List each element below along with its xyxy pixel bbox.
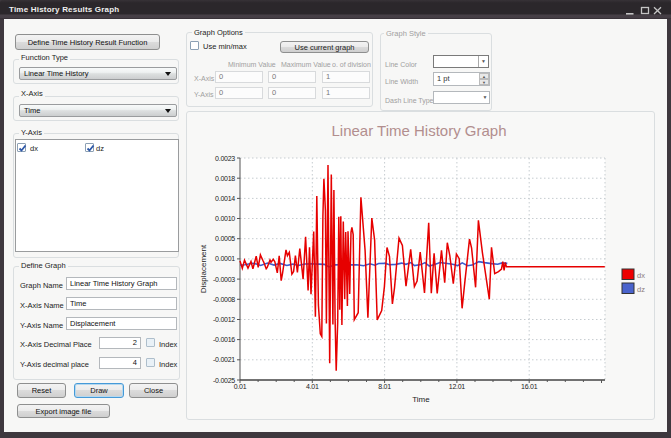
svg-text:0.01: 0.01 — [234, 383, 247, 390]
svg-text:-0.0008: -0.0008 — [213, 296, 235, 303]
svg-text:Time: Time — [412, 395, 430, 404]
svg-text:8.01: 8.01 — [378, 383, 391, 390]
svg-text:Linear Time History Graph: Linear Time History Graph — [331, 122, 506, 139]
svg-text:0.0001: 0.0001 — [215, 255, 235, 262]
svg-text:16.01: 16.01 — [521, 383, 538, 390]
svg-text:-0.0021: -0.0021 — [213, 356, 235, 363]
svg-text:-0.0012: -0.0012 — [213, 316, 235, 323]
svg-text:-0.0003: -0.0003 — [213, 276, 235, 283]
svg-text:12.01: 12.01 — [449, 383, 466, 390]
svg-text:dx: dx — [637, 271, 645, 280]
svg-text:dz: dz — [637, 285, 645, 294]
svg-text:0.0023: 0.0023 — [215, 155, 235, 162]
svg-text:0.0014: 0.0014 — [215, 195, 235, 202]
svg-text:-0.0016: -0.0016 — [213, 336, 235, 343]
svg-text:0.0018: 0.0018 — [215, 175, 235, 182]
svg-text:4.01: 4.01 — [306, 383, 319, 390]
svg-text:0.0005: 0.0005 — [215, 235, 235, 242]
svg-text:-0.0025: -0.0025 — [213, 377, 235, 384]
svg-text:0.0010: 0.0010 — [215, 215, 235, 222]
svg-text:Displacement: Displacement — [199, 244, 208, 293]
